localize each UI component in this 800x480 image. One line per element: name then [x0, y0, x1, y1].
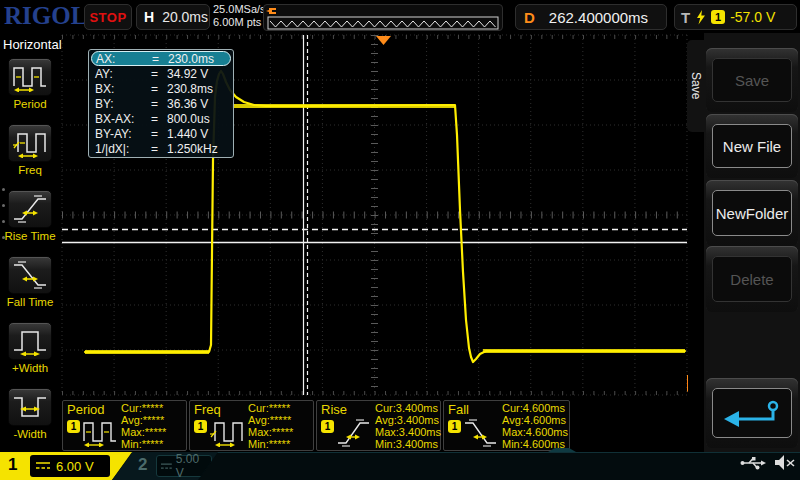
- menu-label-fall-time[interactable]: Fall Time: [0, 296, 60, 308]
- menu-scroll-dot: [2, 220, 5, 223]
- cursor-row-by-ay: BY-AY: = 1.440 V: [91, 126, 231, 141]
- run-state-label: STOP: [89, 10, 126, 25]
- back-button[interactable]: [712, 388, 792, 438]
- new-folder-button[interactable]: NewFolder: [712, 190, 792, 236]
- new-file-button[interactable]: New File: [712, 124, 792, 168]
- menu-item-fall-time[interactable]: [8, 256, 52, 294]
- rigol-logo: RIGOL: [4, 2, 87, 30]
- memory-depth: 6.00M pts: [213, 16, 266, 29]
- menu-item-pos-width[interactable]: [8, 322, 52, 360]
- rise-time-icon: [12, 194, 48, 224]
- fall-time-icon: [12, 260, 48, 290]
- cursor-readout-panel: AX: = 230.0ms AY: = 34.92 V BX: = 230.8m…: [88, 49, 234, 158]
- channel-badge: 1: [67, 420, 80, 433]
- cursor-row-bx-ax: BX-AX: = 800.0us: [91, 111, 231, 126]
- save-button[interactable]: Save: [712, 58, 792, 102]
- cursor-row-bx: BX: = 230.8ms: [91, 81, 231, 96]
- menu-scroll-dot: [2, 204, 5, 207]
- rising-edge-slope-icon: [695, 10, 706, 25]
- trigger-source-badge: 1: [711, 10, 725, 24]
- rise-time-icon: [336, 417, 372, 447]
- sample-rate: 25.0MSa/s: [213, 3, 266, 16]
- menu-label-freq[interactable]: Freq: [0, 164, 60, 176]
- menu-item-period[interactable]: [8, 58, 52, 96]
- measurement-freq[interactable]: Freq 1 Cur:***** Avg:***** Max:***** Min…: [189, 400, 314, 451]
- cursor-row-inv-dx: 1/|dX|: = 1.250kHz: [91, 141, 231, 156]
- neg-width-icon: [12, 392, 48, 422]
- measurement-period[interactable]: Period 1 Cur:***** Avg:***** Max:***** M…: [62, 400, 187, 451]
- timebase-value: 20.0ms: [162, 9, 208, 25]
- menu-item-neg-width[interactable]: [8, 388, 52, 426]
- dc-coupling-icon: [36, 461, 50, 471]
- menu-scroll-dot: [2, 188, 5, 191]
- acquisition-info: 25.0MSa/s 6.00M pts: [213, 3, 266, 29]
- channel-badge: 1: [448, 420, 461, 433]
- cursor-row-by: BY: = 36.36 V: [91, 96, 231, 111]
- channel1-scale-box: 6.00 V: [30, 455, 110, 477]
- waveform-overview-strip[interactable]: [263, 4, 503, 31]
- pos-width-icon: [12, 326, 48, 356]
- status-icons: [740, 454, 796, 471]
- menu-item-freq[interactable]: [8, 124, 52, 162]
- dc-coupling-icon: [161, 462, 172, 471]
- trigger-level-marker[interactable]: T: [686, 375, 688, 397]
- return-arrow-icon: [721, 398, 783, 428]
- channel2-number: 2: [138, 455, 147, 475]
- measurement-name: Period: [67, 402, 105, 417]
- save-menu-tab: Save: [687, 40, 705, 132]
- channel1-number: 1: [8, 455, 17, 475]
- channel1-scale: 6.00 V: [56, 459, 94, 474]
- menu-label-period[interactable]: Period: [0, 98, 60, 110]
- delete-button[interactable]: Delete: [712, 256, 792, 302]
- trigger-indicator[interactable]: T 1 -57.0 V: [674, 4, 797, 30]
- run-state-indicator[interactable]: STOP: [84, 4, 132, 30]
- measurement-name: Fall: [448, 402, 469, 417]
- menu-label-neg-width[interactable]: -Width: [0, 428, 60, 440]
- channel-badge: 1: [321, 420, 334, 433]
- svg-text:T: T: [686, 381, 688, 387]
- overview-signal: [270, 21, 496, 27]
- speaker-muted-icon: [774, 454, 796, 471]
- delay-label: D: [524, 9, 535, 26]
- cursor-row-ay: AY: = 34.92 V: [91, 66, 231, 81]
- measurement-rise[interactable]: Rise 1 Cur:3.400ms Avg:3.400ms Max:3.400…: [316, 400, 441, 451]
- menu-scroll-dot: [2, 236, 5, 239]
- measurement-name: Rise: [321, 402, 347, 417]
- menu-label-pos-width[interactable]: +Width: [0, 362, 60, 374]
- freq-icon: [12, 128, 48, 158]
- fall-time-icon: [463, 417, 499, 447]
- trigger-level-value: -57.0 V: [730, 9, 775, 25]
- measurement-fall[interactable]: Fall 1 Cur:4.600ms Avg:4.600ms Max:4.600…: [443, 400, 570, 451]
- trigger-label: T: [681, 9, 690, 26]
- save-menu-tab-label: Save: [689, 72, 703, 99]
- timebase-indicator[interactable]: H 20.0ms: [136, 4, 210, 30]
- freq-icon: [209, 417, 245, 447]
- usb-icon: [740, 456, 766, 470]
- delay-value: 262.400000ms: [549, 9, 648, 26]
- overview-waveform: [264, 5, 502, 30]
- horizontal-delay-indicator[interactable]: D 262.400000ms: [515, 4, 667, 30]
- oscilloscope-screen: RIGOL STOP H 20.0ms 25.0MSa/s 6.00M pts …: [0, 0, 800, 480]
- period-icon: [82, 417, 118, 447]
- trigger-position-marker[interactable]: [376, 36, 391, 45]
- period-icon: [12, 62, 48, 92]
- channel1-tab[interactable]: 1 6.00 V: [0, 452, 132, 480]
- timebase-label: H: [144, 9, 154, 25]
- menu-item-rise-time[interactable]: [8, 190, 52, 228]
- menu-label-rise-time[interactable]: Rise Time: [0, 230, 60, 242]
- top-status-bar: RIGOL STOP H 20.0ms 25.0MSa/s 6.00M pts …: [0, 0, 800, 33]
- measure-menu: Horizontal Period Freq: [0, 33, 60, 452]
- measurement-name: Freq: [194, 402, 221, 417]
- cursor-row-ax: AX: = 230.0ms: [91, 51, 231, 66]
- measure-menu-title: Horizontal: [3, 37, 62, 52]
- overview-left-arrow-icon: [266, 8, 276, 14]
- overview-window-frame: [268, 17, 498, 29]
- channel-badge: 1: [194, 420, 207, 433]
